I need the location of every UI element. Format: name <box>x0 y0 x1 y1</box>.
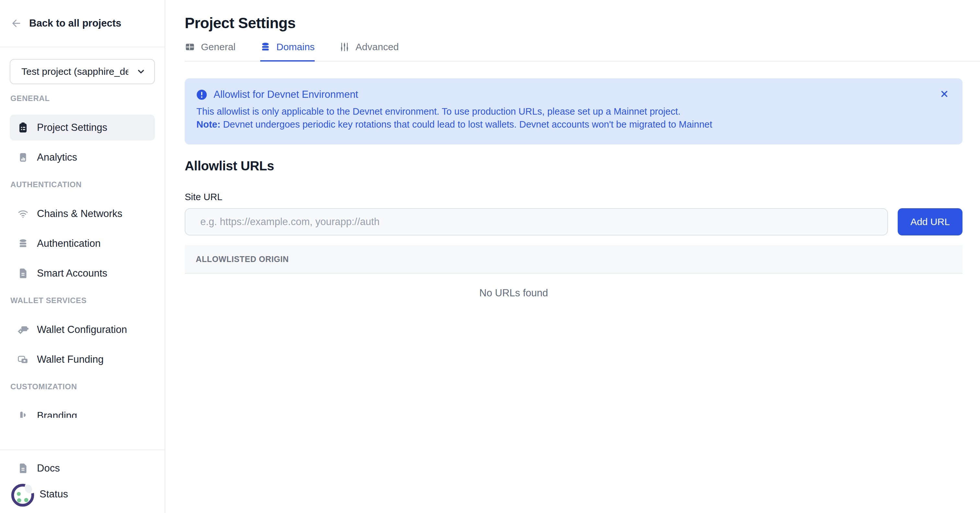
chevron-down-icon <box>136 67 146 76</box>
banner-title: Allowlist for Devnet Environment <box>213 89 358 100</box>
sidebar-item-wallet-configuration[interactable]: Wallet Configuration <box>10 317 155 343</box>
sidebar-item-label: Authentication <box>37 238 100 249</box>
sidebar-item-status[interactable]: Status <box>10 481 155 507</box>
banner-note-label: Note: <box>196 119 220 130</box>
sidebar-item-label: Analytics <box>37 152 77 163</box>
tab-domains[interactable]: Domains <box>260 41 315 62</box>
devnet-allowlist-banner: Allowlist for Devnet Environment This al… <box>185 78 963 145</box>
sidebar-item-label: Docs <box>37 462 60 474</box>
back-to-projects-link[interactable]: Back to all projects <box>0 0 165 47</box>
tab-label: Domains <box>277 41 315 52</box>
sidebar-item-label: Wallet Funding <box>37 354 104 365</box>
allowlist-heading: Allowlist URLs <box>185 159 963 173</box>
sidebar-item-label: Chains & Networks <box>37 208 123 219</box>
file-icon <box>18 268 29 279</box>
sidebar-item-smart-accounts[interactable]: Smart Accounts <box>10 260 155 286</box>
sidebar-item-branding[interactable]: Branding <box>10 403 155 418</box>
site-url-input[interactable] <box>185 208 888 235</box>
flag-icon <box>18 410 29 418</box>
allowlist-table-header: ALLOWLISTED ORIGIN <box>185 245 963 274</box>
main-content: Project Settings General Domains Advance… <box>165 0 980 513</box>
sidebar-item-chains-networks[interactable]: Chains & Networks <box>10 201 155 227</box>
bar-chart-icon <box>18 152 29 163</box>
clipboard-icon <box>18 122 29 133</box>
sidebar-item-label: Project Settings <box>37 122 107 133</box>
tab-advanced[interactable]: Advanced <box>339 41 399 62</box>
sidebar-item-docs[interactable]: Docs <box>10 455 155 481</box>
allowlisted-origin-column-header: ALLOWLISTED ORIGIN <box>196 254 289 264</box>
database-icon <box>260 42 270 52</box>
arrow-left-icon <box>11 18 22 29</box>
database-icon <box>18 238 29 249</box>
url-entry-row: Add URL <box>185 208 963 235</box>
banner-note-line: Note: Devnet undergoes periodic key rota… <box>196 118 930 131</box>
wifi-icon <box>18 208 29 219</box>
sidebar-item-label: Branding <box>37 410 77 418</box>
project-selector-value: Test project (sapphire_de <box>21 66 128 77</box>
banner-line1: This allowlist is only applicable to the… <box>196 105 930 118</box>
sliders-icon <box>339 42 350 52</box>
close-icon <box>939 89 950 99</box>
tab-general[interactable]: General <box>185 41 235 62</box>
allowlist-empty-state: No URLs found <box>185 274 963 312</box>
sidebar-item-label: Status <box>40 488 68 500</box>
sidebar-item-label: Wallet Configuration <box>37 324 127 335</box>
banner-note-text: Devnet undergoes periodic key rotations … <box>220 119 712 130</box>
tab-label: Advanced <box>355 41 399 52</box>
page-title: Project Settings <box>185 14 963 32</box>
table-icon <box>185 42 195 52</box>
tab-bar: General Domains Advanced <box>185 41 980 62</box>
wallet-gear-icon <box>18 324 29 335</box>
banner-close-button[interactable] <box>939 89 950 99</box>
sidebar-footer: Docs Status <box>0 449 165 513</box>
info-circle-icon <box>196 89 207 100</box>
sidebar-item-wallet-funding[interactable]: Wallet Funding <box>10 346 155 372</box>
project-selector[interactable]: Test project (sapphire_de <box>10 59 155 84</box>
sidebar: Back to all projects Test project (sapph… <box>0 0 165 513</box>
section-label-customization: CUSTOMIZATION <box>10 382 154 391</box>
sidebar-item-authentication[interactable]: Authentication <box>10 230 155 256</box>
add-url-button[interactable]: Add URL <box>898 208 963 235</box>
section-label-authentication: AUTHENTICATION <box>10 180 154 189</box>
site-url-label: Site URL <box>185 192 963 202</box>
sidebar-item-analytics[interactable]: Analytics <box>10 145 155 170</box>
section-label-wallet-services: WALLET SERVICES <box>10 296 154 305</box>
tab-label: General <box>201 41 235 52</box>
sidebar-scroll-area: Test project (sapphire_de GENERAL Projec… <box>0 47 165 418</box>
sidebar-item-project-settings[interactable]: Project Settings <box>10 114 155 141</box>
file-icon <box>18 463 29 474</box>
section-label-general: GENERAL <box>10 94 154 103</box>
sidebar-item-label: Smart Accounts <box>37 267 107 279</box>
back-label: Back to all projects <box>29 17 121 29</box>
cookie-icon[interactable] <box>9 481 36 508</box>
wallet-card-icon <box>18 354 29 365</box>
